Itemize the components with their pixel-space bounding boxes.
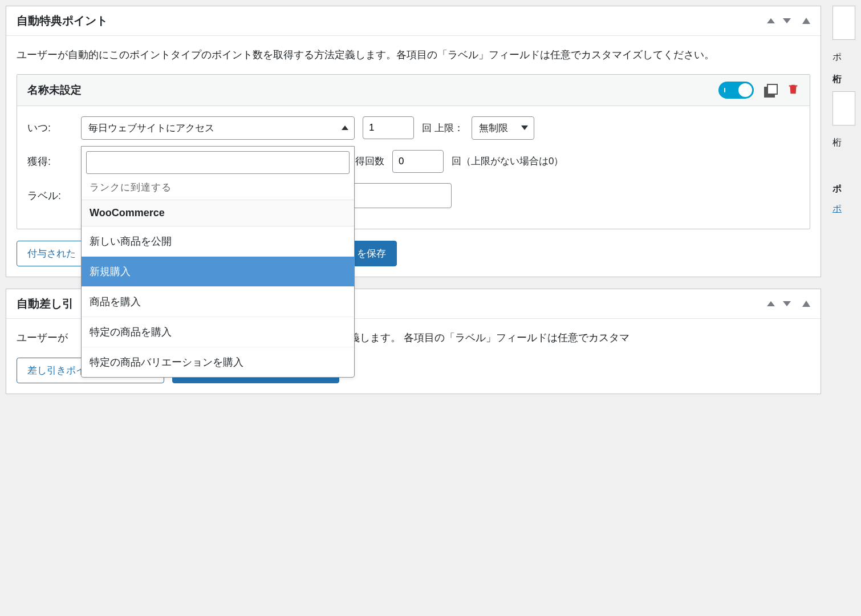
when-trigger-select[interactable]: 毎日ウェブサイトにアクセス — [81, 116, 355, 140]
label-field-label: ラベル: — [27, 189, 73, 202]
limit-select[interactable]: 無制限 — [472, 116, 534, 140]
panel-description: ユーザーが自動的にこのポイントタイプのポイント数を取得する方法定義します。各項目… — [17, 46, 810, 64]
delete-icon[interactable] — [787, 82, 799, 98]
sidebar-text: 桁 — [832, 74, 855, 86]
auto-reward-points-panel: 自動特典ポイント ユーザーが自動的にこのポイントタイプのポイント数を取得する方法… — [6, 6, 821, 277]
dropdown-option[interactable]: 特定の商品バリエーションを購入 — [82, 347, 354, 377]
dropdown-option[interactable]: 特定の商品を購入 — [82, 317, 354, 347]
move-up-icon[interactable] — [767, 301, 775, 306]
earn-label: 獲得: — [27, 155, 73, 168]
panel-title: 自動差し引 — [17, 296, 74, 311]
rule-title: 名称未設定 — [27, 83, 82, 98]
move-up-icon[interactable] — [767, 18, 775, 23]
chevron-up-icon — [342, 125, 348, 130]
sidebar-text: 桁 — [832, 137, 855, 149]
sidebar-link[interactable]: ポ — [832, 203, 855, 215]
move-down-icon[interactable] — [783, 301, 791, 306]
limit-prefix-label: 回 上限： — [422, 121, 464, 135]
duplicate-icon[interactable] — [764, 84, 777, 96]
earn-tail-label: 回（上限がない場合は0） — [452, 155, 563, 168]
sidebar-box — [832, 91, 855, 125]
trigger-dropdown: ランクに到達する WooCommerce 新しい商品を公開 新規購入 商品を購入… — [81, 146, 355, 378]
count-input[interactable] — [363, 116, 414, 139]
rule-item: 名称未設定 いつ: — [17, 74, 810, 229]
add-reward-button[interactable]: 付与された — [17, 241, 87, 266]
dropdown-option[interactable]: 商品を購入 — [82, 287, 354, 317]
dropdown-group-header: WooCommerce — [82, 200, 354, 226]
move-down-icon[interactable] — [783, 18, 791, 23]
sidebar-text: ポ — [832, 183, 855, 195]
sidebar-box — [832, 6, 855, 40]
dropdown-option[interactable]: 新規購入 — [82, 257, 354, 287]
panel-title: 自動特典ポイント — [17, 13, 108, 29]
rule-enabled-toggle[interactable] — [718, 82, 754, 99]
collapse-icon[interactable] — [802, 301, 810, 307]
collapse-icon[interactable] — [802, 18, 810, 24]
dropdown-search-input[interactable] — [86, 151, 350, 174]
earn-count-input[interactable] — [392, 150, 444, 173]
dropdown-option[interactable]: 新しい商品を公開 — [82, 226, 354, 257]
chevron-down-icon — [521, 125, 528, 130]
sidebar-text: ポ — [832, 51, 855, 63]
when-label: いつ: — [27, 121, 73, 135]
dropdown-partial-option[interactable]: ランクに到達する — [82, 179, 354, 200]
